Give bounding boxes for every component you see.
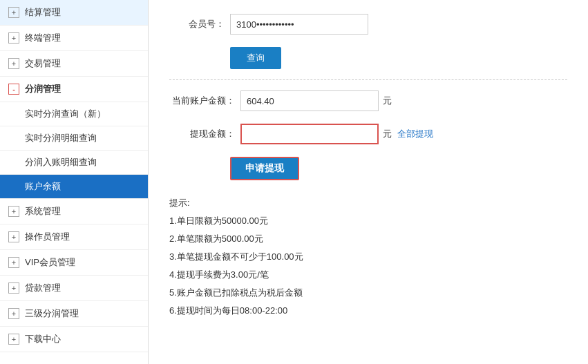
sidebar-item-xiazai[interactable]: + 下载中心 xyxy=(0,327,148,352)
expand-icon-jiaoyi: + xyxy=(8,58,19,69)
tips-item-3: 4.提现手续费为3.00元/笔 xyxy=(169,266,567,284)
sidebar-label-daikuan: 贷款管理 xyxy=(25,282,61,294)
sidebar-label-zhongduan: 终端管理 xyxy=(25,32,61,44)
sidebar-label-xitong: 系统管理 xyxy=(25,205,61,218)
withdraw-amount-label: 提现金额： xyxy=(169,128,235,140)
expand-icon-daikuan: + xyxy=(8,282,19,294)
tips-item-5: 6.提现时间为每日08:00-22:00 xyxy=(169,302,567,320)
sidebar-item-jiesuan[interactable]: + 结算管理 xyxy=(0,0,148,26)
apply-withdraw-row: 申请提现 xyxy=(230,157,567,180)
sidebar: + 结算管理 + 终端管理 + 交易管理 - 分润管理 实时分润查询（新） 实时… xyxy=(0,0,149,364)
member-number-label: 会员号： xyxy=(169,18,225,30)
sidebar-item-daikuan[interactable]: + 贷款管理 xyxy=(0,276,148,301)
expand-icon-zhongduan: + xyxy=(8,32,19,44)
main-content: 会员号： 查询 当前账户金额： 元 提现金额： 元 全部提现 申请提现 提示: … xyxy=(149,0,588,364)
expand-icon-jiesuan: + xyxy=(8,7,19,18)
current-balance-input xyxy=(240,90,379,111)
withdraw-all-link[interactable]: 全部提现 xyxy=(397,128,433,140)
current-balance-row: 当前账户金额： 元 xyxy=(169,90,567,111)
sidebar-label-sanjifenyun: 三级分润管理 xyxy=(25,307,79,320)
tips-item-1: 2.单笔限额为5000.00元 xyxy=(169,230,567,248)
expand-icon-fenyun: - xyxy=(8,84,19,95)
query-button[interactable]: 查询 xyxy=(230,47,281,69)
sidebar-label-jiesuan: 结算管理 xyxy=(25,6,61,19)
tips-title: 提示: xyxy=(169,194,567,212)
sidebar-item-caozuoyuan[interactable]: + 操作员管理 xyxy=(0,224,148,250)
expand-icon-caozuoyuan: + xyxy=(8,231,19,242)
expand-icon-xitong: + xyxy=(8,206,19,217)
current-balance-label: 当前账户金额： xyxy=(169,95,235,107)
sidebar-subitem-fenyun-detail[interactable]: 实时分润明细查询 xyxy=(0,126,148,151)
sidebar-item-sanjifenyun[interactable]: + 三级分润管理 xyxy=(0,301,148,327)
sidebar-item-jiaoyi[interactable]: + 交易管理 xyxy=(0,51,148,77)
sidebar-subitem-fenyun-account-detail[interactable]: 分润入账明细查询 xyxy=(0,151,148,175)
withdraw-amount-input[interactable] xyxy=(240,124,379,144)
sidebar-subitem-fenyun-realtime-new[interactable]: 实时分润查询（新） xyxy=(0,102,148,126)
sidebar-item-zhongduan[interactable]: + 终端管理 xyxy=(0,26,148,51)
divider xyxy=(169,79,567,80)
tips-item-4: 5.账户金额已扣除税点为税后金额 xyxy=(169,284,567,302)
sidebar-label-fenyun: 分润管理 xyxy=(25,83,61,95)
expand-icon-vip: + xyxy=(8,257,19,268)
expand-icon-xiazai: + xyxy=(8,334,19,345)
balance-unit: 元 xyxy=(383,95,392,107)
tips-item-0: 1.单日限额为50000.00元 xyxy=(169,212,567,230)
sidebar-item-fenyun[interactable]: - 分润管理 xyxy=(0,77,148,102)
sidebar-item-vip[interactable]: + VIP会员管理 xyxy=(0,250,148,276)
query-button-row: 查询 xyxy=(230,47,567,69)
sidebar-item-xitong[interactable]: + 系统管理 xyxy=(0,199,148,224)
apply-withdraw-button[interactable]: 申请提现 xyxy=(230,157,299,180)
member-number-input[interactable] xyxy=(230,14,368,35)
sidebar-label-vip: VIP会员管理 xyxy=(25,256,75,269)
sidebar-label-xiazai: 下载中心 xyxy=(25,333,61,345)
withdraw-unit: 元 xyxy=(383,128,392,140)
sidebar-subitem-account-balance[interactable]: 账户余额 xyxy=(0,175,148,199)
sidebar-label-jiaoyi: 交易管理 xyxy=(25,57,61,70)
expand-icon-sanjifenyun: + xyxy=(8,308,19,319)
member-number-row: 会员号： xyxy=(169,14,567,35)
tips-item-2: 3.单笔提现金额不可少于100.00元 xyxy=(169,248,567,266)
withdraw-amount-row: 提现金额： 元 全部提现 xyxy=(169,124,567,144)
tips-section: 提示: 1.单日限额为50000.00元 2.单笔限额为5000.00元 3.单… xyxy=(169,194,567,320)
sidebar-label-caozuoyuan: 操作员管理 xyxy=(25,231,70,243)
